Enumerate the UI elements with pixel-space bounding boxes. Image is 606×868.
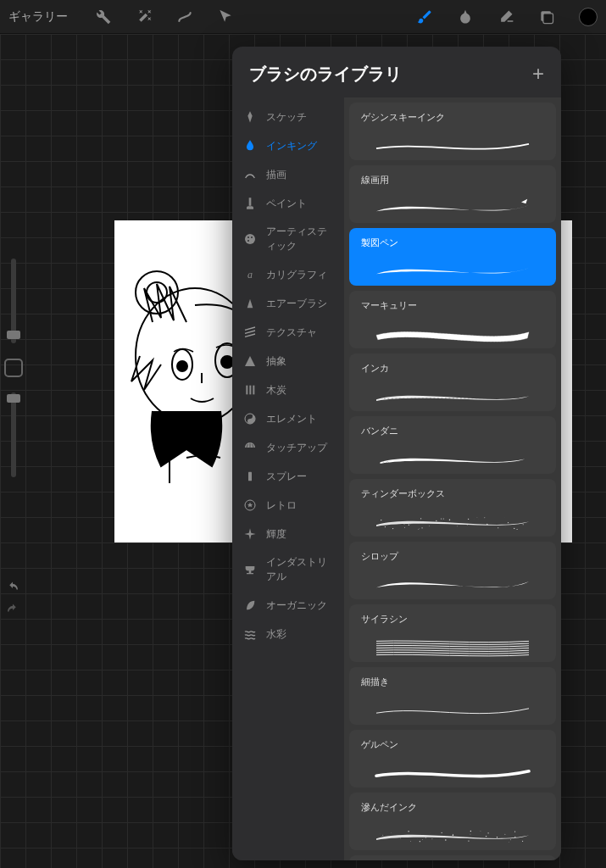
category-item[interactable]: インダストリアル <box>232 548 344 591</box>
svg-point-68 <box>382 837 383 838</box>
svg-point-54 <box>484 517 485 518</box>
s-curve-icon[interactable] <box>176 8 193 25</box>
brush-stroke-preview <box>361 754 544 785</box>
svg-point-9 <box>245 234 255 244</box>
gallery-button[interactable]: ギャラリー <box>8 9 68 25</box>
top-right-icons <box>416 8 598 26</box>
category-item[interactable]: 水彩 <box>232 620 344 648</box>
category-item[interactable]: レトロ <box>232 491 344 520</box>
svg-point-93 <box>420 841 420 842</box>
brush-item[interactable]: 細描き <box>349 667 556 725</box>
can-icon <box>242 469 258 484</box>
a-letter-icon: a <box>242 267 258 282</box>
brush-name: 線画用 <box>361 174 544 186</box>
svg-point-79 <box>422 836 423 837</box>
brush-category-list[interactable]: スケッチインキング描画ペイントアーティスティックaカリグラフィエアーブラシテクス… <box>232 97 344 860</box>
category-item[interactable]: aカリグラフィ <box>232 260 344 289</box>
color-picker-swatch[interactable] <box>579 8 598 26</box>
modifier-button[interactable] <box>4 359 23 377</box>
brush-name: バンダニ <box>361 425 544 437</box>
category-label: 輝度 <box>266 527 286 542</box>
category-item[interactable]: タッチアップ <box>232 433 344 462</box>
brush-item[interactable]: ゲルペン <box>349 730 556 787</box>
category-item[interactable]: 描画 <box>232 160 344 189</box>
category-item[interactable]: 輝度 <box>232 520 344 548</box>
category-item[interactable]: 木炭 <box>232 376 344 404</box>
svg-point-89 <box>453 834 453 835</box>
cursor-icon[interactable] <box>217 8 234 25</box>
brush-icon <box>242 196 258 211</box>
brush-name: インカ <box>361 362 544 375</box>
svg-point-38 <box>429 526 430 526</box>
category-item[interactable]: インキング <box>232 131 344 160</box>
svg-point-83 <box>487 832 488 833</box>
svg-point-56 <box>487 524 488 525</box>
category-label: スケッチ <box>266 110 307 125</box>
svg-point-33 <box>457 526 458 527</box>
svg-point-59 <box>508 522 509 523</box>
brush-library-panel: ブラシのライブラリ + スケッチインキング描画ペイントアーティスティックaカリグ… <box>232 47 561 860</box>
category-item[interactable]: オーガニック <box>232 591 344 620</box>
brush-stroke-preview <box>361 629 544 659</box>
category-item[interactable]: エレメント <box>232 404 344 433</box>
smudge-tool-icon[interactable] <box>457 8 474 25</box>
category-item[interactable]: テクスチャ <box>232 318 344 347</box>
category-label: インキング <box>266 139 317 153</box>
brush-item[interactable]: シロップ <box>349 542 556 599</box>
category-item[interactable]: スケッチ <box>232 103 344 131</box>
brush-tool-icon[interactable] <box>416 8 433 25</box>
category-label: レトロ <box>266 498 297 513</box>
svg-point-86 <box>509 842 509 843</box>
svg-point-90 <box>410 841 411 842</box>
category-item[interactable]: 抽象 <box>232 347 344 376</box>
category-label: カリグラフィ <box>266 268 327 282</box>
brush-stroke-preview <box>361 441 544 471</box>
wand-icon[interactable] <box>136 8 153 25</box>
category-label: 抽象 <box>266 354 286 369</box>
brush-stroke-preview <box>361 315 544 346</box>
brush-list[interactable]: ゲシンスキーインク線画用製図ペンマーキュリーインカバンダニティンダーボックスシロ… <box>344 97 561 860</box>
category-label: エアーブラシ <box>266 297 327 311</box>
svg-point-25 <box>441 518 442 519</box>
category-label: 水彩 <box>266 627 286 642</box>
brush-item[interactable]: マーキュリー <box>349 291 556 348</box>
brush-item[interactable]: ゲシンスキーインク <box>349 103 556 160</box>
svg-point-50 <box>468 519 469 520</box>
svg-point-47 <box>523 524 524 525</box>
svg-point-60 <box>510 839 511 840</box>
brush-stroke-preview <box>361 817 544 848</box>
brush-item[interactable]: サイラシン <box>349 604 556 662</box>
brush-item[interactable]: スタジオペン <box>349 855 556 860</box>
opacity-slider[interactable] <box>11 392 16 477</box>
brush-item[interactable]: インカ <box>349 353 556 411</box>
brush-item[interactable]: 製図ペン <box>349 228 556 286</box>
category-item[interactable]: アーティスティック <box>232 218 344 260</box>
svg-rect-14 <box>246 386 247 395</box>
category-item[interactable]: ペイント <box>232 189 344 218</box>
category-item[interactable]: エアーブラシ <box>232 289 344 318</box>
category-label: インダストリアル <box>266 555 336 584</box>
layers-icon[interactable] <box>538 8 555 25</box>
brush-item[interactable]: ティンダーボックス <box>349 479 556 537</box>
undo-icon[interactable] <box>5 581 20 596</box>
brush-item[interactable]: バンダニ <box>349 416 556 474</box>
svg-point-73 <box>514 837 515 837</box>
brush-size-slider[interactable] <box>11 259 16 343</box>
brush-item[interactable]: 線画用 <box>349 165 556 223</box>
redo-icon[interactable] <box>5 603 20 618</box>
brush-stroke-preview <box>361 692 544 722</box>
svg-point-67 <box>497 837 498 837</box>
panel-header: ブラシのライブラリ + <box>232 47 561 97</box>
wrench-icon[interactable] <box>95 8 112 25</box>
brush-stroke-preview <box>361 566 544 597</box>
add-brush-icon[interactable]: + <box>532 62 544 86</box>
svg-point-31 <box>404 527 405 528</box>
svg-point-64 <box>481 831 481 832</box>
svg-point-66 <box>514 831 515 832</box>
svg-point-84 <box>470 834 471 835</box>
brush-item[interactable]: 滲んだインク <box>349 793 556 850</box>
eraser-tool-icon[interactable] <box>498 8 514 25</box>
category-item[interactable]: スプレー <box>232 462 344 491</box>
svg-point-71 <box>425 837 426 838</box>
svg-rect-1 <box>543 13 553 23</box>
